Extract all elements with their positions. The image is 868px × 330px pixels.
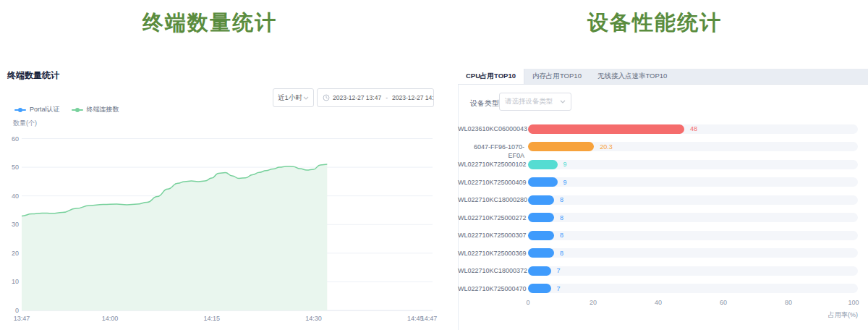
bar-category-label: WL022710K725000102 [458, 160, 524, 169]
bar-track [528, 160, 858, 169]
date-end: 2023-12-27 14:47 [392, 94, 434, 101]
bar-track [528, 248, 858, 258]
bar-x-tick-label: 60 [712, 299, 734, 306]
bar-value-label: 8 [560, 249, 563, 258]
bar [528, 160, 558, 169]
bar-track [528, 142, 858, 151]
bar [528, 177, 558, 187]
bar [528, 213, 554, 222]
date-range-picker[interactable]: 2023-12-27 13:47 - 2023-12-27 14:47 [317, 88, 434, 107]
bar-track [528, 213, 858, 222]
bar-x-tick-label: 0 [517, 299, 539, 306]
bar-track [528, 177, 858, 187]
time-range-select[interactable]: 近1小时 [273, 88, 314, 107]
dashboard-page: 终端数量统计 设备性能统计 终端数量统计 近1小时 2023-12-27 13:… [0, 0, 868, 330]
bar-x-tick-label: 40 [647, 299, 669, 306]
legend-marker-icon [72, 109, 83, 111]
device-type-select[interactable]: 请选择设备类型 [499, 93, 571, 111]
bar-value-label: 7 [557, 284, 561, 293]
device-type-placeholder: 请选择设备类型 [505, 97, 553, 106]
bar-category-label: WL023610KC06000043 [458, 124, 524, 133]
y-tick-label: 60 [12, 135, 19, 143]
left-section-title: 终端数量统计 [0, 9, 420, 35]
bar-category-label: WL022710K725000272 [458, 213, 524, 222]
tab-1[interactable]: 内存占用TOP10 [524, 69, 590, 84]
x-tick-label: 14:00 [102, 315, 119, 322]
bar-value-label: 7 [557, 266, 561, 275]
x-tick-label: 13:47 [14, 315, 30, 322]
y-tick-label: 10 [12, 278, 19, 285]
y-tick-label: 40 [12, 192, 19, 200]
time-range-value: 近1小时 [278, 93, 302, 103]
tab-2[interactable]: 无线接入点速率TOP10 [590, 69, 675, 84]
bar-category-label: 6047-FF96-1070-EF0A [458, 143, 524, 160]
bar-value-label: 8 [560, 195, 563, 204]
bar-category-label: WL022710KC18000372 [458, 266, 524, 275]
x-tick-label: 14:47 [421, 315, 438, 322]
bar [528, 248, 554, 258]
terminal-panel-header: 终端数量统计 [7, 69, 59, 82]
x-tick-label: 14:15 [203, 315, 220, 322]
y-tick-label: 50 [12, 164, 19, 171]
series-area [22, 164, 327, 310]
chevron-down-icon [303, 96, 309, 100]
bar-x-tick-label: 20 [582, 299, 604, 306]
y-tick-label: 0 [15, 307, 19, 314]
legend-marker-icon [14, 109, 26, 111]
performance-tabbar: CPU占用TOP10内存占用TOP10无线接入点速率TOP10 [458, 69, 868, 85]
bar-value-label: 9 [563, 160, 567, 169]
bar-x-tick-label: 80 [778, 299, 799, 306]
bar-track [528, 284, 858, 293]
bar-track [528, 231, 858, 240]
bar [528, 142, 594, 151]
bar-value-label: 20.3 [600, 143, 613, 151]
bar [528, 284, 551, 293]
bar-category-label: WL022710K725000369 [458, 249, 524, 258]
bar-track [528, 266, 858, 276]
bar [528, 195, 554, 205]
terminal-count-line-chart: 0102030405060数量(个)13:4714:0014:1514:3014… [0, 113, 448, 330]
chevron-down-icon [560, 100, 566, 103]
bar-category-label: WL022710KC18000280 [458, 195, 524, 204]
date-separator: - [384, 94, 389, 101]
date-start: 2023-12-27 13:47 [333, 94, 381, 101]
bar-x-tick-label: 100 [843, 299, 864, 306]
bar-track [528, 124, 858, 134]
device-type-label: 设备类型 [470, 98, 499, 109]
bar [528, 231, 554, 240]
bar-value-label: 8 [560, 213, 563, 222]
bar-x-axis-caption: 占用率(%) [800, 310, 858, 320]
bar [528, 124, 684, 134]
bar-track [528, 195, 858, 205]
y-tick-label: 30 [12, 221, 19, 228]
right-section-title: 设备性能统计 [448, 9, 861, 35]
clock-icon [323, 94, 330, 101]
tab-0[interactable]: CPU占用TOP10 [458, 69, 524, 84]
bar-value-label: 8 [560, 231, 563, 240]
bar-category-label: WL022710K725000307 [458, 231, 524, 240]
bar-category-label: WL022710K725000409 [458, 178, 524, 187]
panel-divider [458, 69, 459, 330]
bar-value-label: 48 [690, 124, 697, 133]
y-axis-title: 数量(个) [13, 119, 37, 127]
y-tick-label: 20 [12, 250, 19, 257]
x-tick-label: 14:30 [305, 315, 322, 322]
bar-category-label: WL022710K725000470 [458, 284, 524, 293]
bar-value-label: 9 [563, 178, 567, 187]
bar [528, 266, 551, 276]
